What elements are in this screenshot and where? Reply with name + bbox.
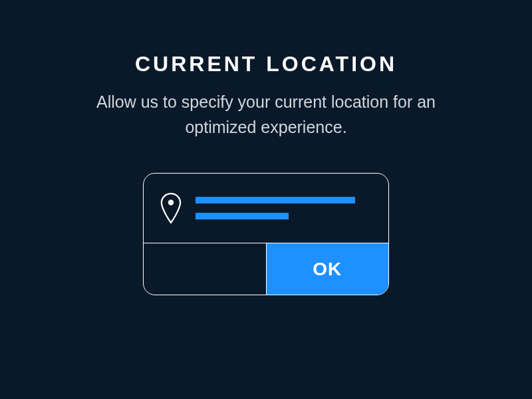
placeholder-line <box>196 213 289 219</box>
ok-button[interactable]: OK <box>267 243 389 295</box>
location-pin-icon <box>160 192 182 224</box>
prompt-actions: OK <box>144 243 388 295</box>
page-description: Allow us to specify your current locatio… <box>80 90 452 140</box>
svg-point-0 <box>168 200 174 205</box>
page-title: CURRENT LOCATION <box>135 52 397 76</box>
location-permission-card: OK <box>143 173 389 295</box>
cancel-button[interactable] <box>144 243 267 295</box>
placeholder-line <box>196 197 355 203</box>
prompt-body <box>144 174 388 243</box>
placeholder-text-lines <box>196 197 372 219</box>
